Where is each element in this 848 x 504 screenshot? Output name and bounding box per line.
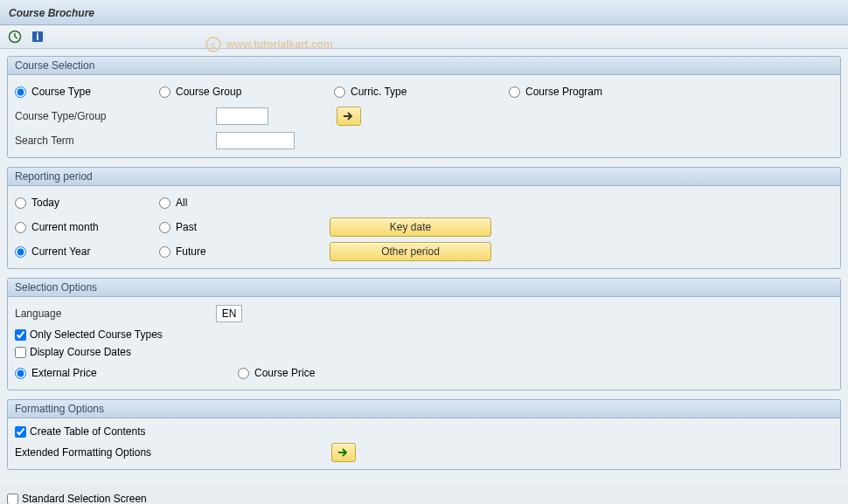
radio-external-price[interactable]: External Price bbox=[15, 367, 238, 379]
radio-course-type[interactable]: Course Type bbox=[15, 86, 159, 98]
group-title: Course Selection bbox=[8, 57, 840, 75]
radio-curric-type[interactable]: Curric. Type bbox=[334, 86, 509, 98]
svg-line-2 bbox=[15, 37, 17, 38]
reporting-period-group: Reporting period Today All Current month bbox=[7, 167, 841, 269]
content-area: Course Selection Course Type Course Grou… bbox=[0, 49, 848, 486]
key-date-button[interactable]: Key date bbox=[330, 217, 491, 237]
checkbox-create-toc[interactable]: Create Table of Contents bbox=[15, 425, 833, 438]
label-language: Language bbox=[15, 307, 216, 320]
execute-button[interactable] bbox=[5, 28, 24, 45]
group-title: Selection Options bbox=[8, 279, 840, 297]
arrow-right-green-icon bbox=[337, 447, 350, 458]
group-title: Formatting Options bbox=[8, 400, 840, 418]
input-search-term[interactable] bbox=[216, 132, 295, 149]
input-language[interactable] bbox=[216, 305, 242, 322]
label-search-term: Search Term bbox=[15, 135, 216, 147]
course-selection-group: Course Selection Course Type Course Grou… bbox=[7, 56, 841, 158]
clock-icon bbox=[8, 30, 22, 44]
group-title: Reporting period bbox=[8, 168, 840, 186]
radio-course-group[interactable]: Course Group bbox=[159, 86, 334, 98]
radio-today[interactable]: Today bbox=[15, 197, 159, 209]
selection-options-group: Selection Options Language Only Selected… bbox=[7, 278, 841, 390]
radio-past[interactable]: Past bbox=[159, 221, 330, 233]
radio-course-price[interactable]: Course Price bbox=[238, 367, 315, 379]
other-period-button[interactable]: Other period bbox=[330, 242, 491, 261]
radio-current-year[interactable]: Current Year bbox=[15, 245, 159, 258]
page-title: Course Brochure bbox=[9, 7, 94, 19]
info-button[interactable]: i bbox=[28, 28, 47, 45]
label-extended-formatting: Extended Formatting Options bbox=[15, 446, 331, 459]
radio-current-month[interactable]: Current month bbox=[15, 221, 159, 233]
formatting-options-group: Formatting Options Create Table of Conte… bbox=[7, 399, 841, 470]
arrow-button-type-group[interactable] bbox=[337, 107, 361, 126]
arrow-right-icon bbox=[343, 111, 355, 121]
svg-text:i: i bbox=[36, 31, 38, 43]
info-icon: i bbox=[31, 30, 45, 44]
label-course-type-group: Course Type/Group bbox=[15, 110, 216, 122]
checkbox-only-selected[interactable]: Only Selected Course Types bbox=[15, 328, 833, 341]
title-bar: Course Brochure bbox=[0, 0, 848, 25]
radio-future[interactable]: Future bbox=[159, 245, 330, 258]
input-course-type-group[interactable] bbox=[216, 107, 268, 125]
radio-course-program[interactable]: Course Program bbox=[509, 86, 684, 98]
checkbox-standard-selection[interactable]: Standard Selection Screen bbox=[0, 486, 848, 504]
checkbox-display-dates[interactable]: Display Course Dates bbox=[15, 346, 833, 358]
toolbar: i bbox=[0, 25, 848, 49]
arrow-button-extended[interactable] bbox=[331, 443, 356, 462]
radio-all[interactable]: All bbox=[159, 197, 330, 209]
